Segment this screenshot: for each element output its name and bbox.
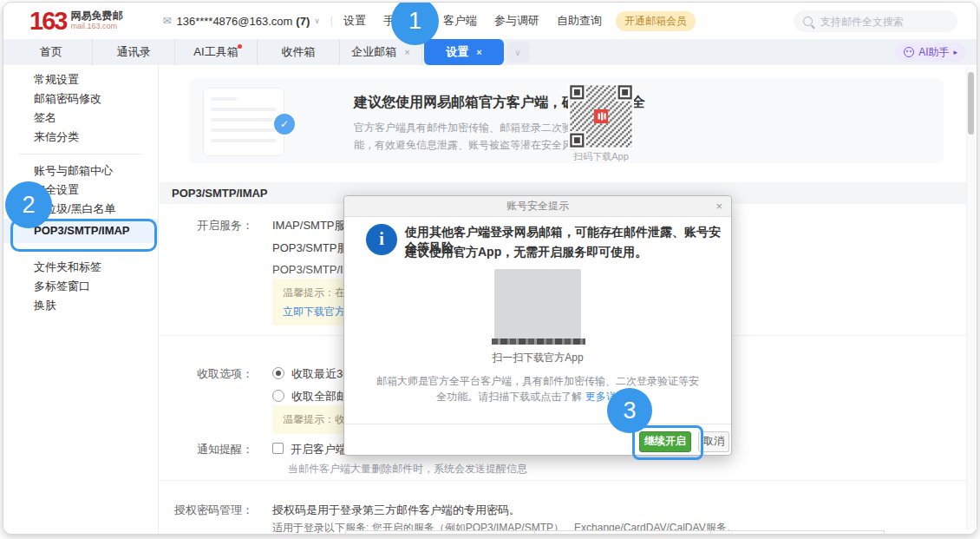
tab-inbox[interactable]: 收件箱 — [258, 39, 340, 65]
dialog-qr-caption: 扫一扫下载官方App — [344, 351, 731, 365]
notify-description: 当邮件客户端大量删除邮件时，系统会发送提醒信息 — [288, 462, 527, 477]
dialog-description-line2: 全功能。请扫描下载或点击了解 更多详情>> — [344, 390, 731, 404]
search-box[interactable] — [794, 10, 957, 32]
download-qr-code — [568, 83, 634, 149]
menu-client[interactable]: 客户端 — [443, 13, 477, 29]
annotation-step-3: 3 — [607, 388, 652, 433]
dialog-title: 账号安全提示 — [506, 200, 569, 212]
arrow-right-icon: ▸ — [953, 48, 957, 56]
checkbox-icon[interactable] — [272, 443, 284, 454]
close-icon[interactable]: × — [476, 47, 481, 57]
search-input[interactable] — [819, 15, 935, 29]
auth-code-table — [345, 530, 885, 534]
settings-sidebar: 常规设置 邮箱密码修改 签名 来信分类 账号与邮箱中心 安全设置 反垃圾/黑白名… — [3, 65, 159, 534]
enable-service-label: 开启服务： — [160, 218, 253, 233]
tab-home[interactable]: 首页 — [10, 39, 93, 65]
tab-settings[interactable]: 设置 × — [424, 39, 504, 65]
menu-settings[interactable]: 设置 — [343, 13, 366, 29]
header-divider: | — [330, 15, 333, 27]
tab-bar: 首页 通讯录 AI工具箱 收件箱 企业邮箱 × 设置 × ∨ AI助手 ▸ — [3, 39, 977, 65]
ai-assistant-icon — [904, 47, 914, 57]
account-security-dialog: 账号安全提示 × i 使用其他客户端登录网易邮箱，可能存在邮件泄露、账号安全等风… — [343, 195, 732, 456]
dialog-description-line1: 邮箱大师是官方全平台客户端，具有邮件加密传输、二次登录验证等安 — [344, 374, 731, 389]
info-icon: i — [366, 224, 397, 255]
cancel-button[interactable]: 取消 — [698, 431, 729, 452]
sidebar-item-signature[interactable]: 签名 — [3, 108, 158, 128]
continue-enable-button[interactable]: 继续开启 — [639, 431, 691, 452]
qr-caption: 扫码下载App — [546, 150, 656, 163]
header-menu: 设置 手机App 客户端 参与调研 自助查询 — [343, 13, 602, 29]
sidebar-item-password[interactable]: 邮箱密码修改 — [3, 89, 158, 108]
radio-icon[interactable] — [272, 390, 284, 402]
sidebar-item-account-center[interactable]: 账号与邮箱中心 — [3, 161, 158, 181]
menu-self-service[interactable]: 自助查询 — [557, 13, 602, 29]
tab-ai-toolbox[interactable]: AI工具箱 — [175, 39, 258, 65]
auth-code-label: 授权密码管理： — [160, 503, 253, 518]
dialog-footer-divider — [344, 424, 731, 424]
shield-check-icon: ✓ — [272, 112, 297, 136]
sidebar-divider — [19, 154, 142, 154]
sidebar-item-multi-tab[interactable]: 多标签窗口 — [3, 277, 158, 296]
scrollbar-thumb[interactable] — [968, 72, 974, 135]
logo-domain: mail.163.com — [70, 21, 122, 31]
logo-163: 163 — [29, 9, 66, 34]
radio-selected-icon[interactable] — [272, 367, 284, 379]
sidebar-item-mail-classify[interactable]: 来信分类 — [3, 128, 158, 147]
envelope-icon: ✉ — [162, 15, 171, 27]
qr-image-placeholder — [494, 269, 581, 344]
notify-label: 通知提醒： — [160, 442, 253, 457]
annotation-step-2: 2 — [5, 181, 52, 228]
close-icon[interactable]: × — [715, 196, 722, 216]
chevron-down-icon: ∨ — [314, 16, 320, 25]
tab-list-dropdown[interactable]: ∨ — [506, 42, 529, 62]
vip-badge[interactable]: 开通邮箱会员 — [616, 11, 696, 31]
dialog-message-line2: 建议使用官方App，无需开启服务即可使用。 — [405, 245, 647, 260]
notification-dot — [238, 44, 242, 49]
tab-contacts[interactable]: 通讯录 — [93, 39, 175, 65]
scrollbar-track[interactable] — [966, 67, 975, 530]
fetch-options-label: 收取选项： — [160, 366, 253, 382]
account-selector[interactable]: ✉ 136****4876@163.com (7) ∨ — [162, 15, 319, 28]
sidebar-item-general[interactable]: 常规设置 — [3, 70, 158, 89]
ai-assistant-button[interactable]: AI助手 ▸ — [895, 43, 966, 62]
account-email: 136****4876@163.com — [176, 15, 292, 28]
sidebar-item-folders-tags[interactable]: 文件夹和标签 — [3, 258, 158, 277]
top-header: 163 网易免费邮 mail.163.com ✉ 136****4876@163… — [3, 3, 977, 39]
webmail-window: 163 网易免费邮 mail.163.com ✉ 136****4876@163… — [3, 2, 977, 535]
mail-logo[interactable]: 163 网易免费邮 mail.163.com — [29, 9, 122, 34]
dialog-title-bar: 账号安全提示 × — [344, 196, 731, 217]
menu-survey[interactable]: 参与调研 — [494, 13, 539, 29]
sidebar-divider — [19, 250, 142, 251]
screenshot-stage: 163 网易免费邮 mail.163.com ✉ 136****4876@163… — [0, 0, 980, 539]
broken-image-alt-text — [492, 339, 585, 345]
official-client-banner: ✓ 建议您使用网易邮箱官方客户端，确保邮箱安全 官方客户端具有邮件加密传输、邮箱… — [189, 79, 944, 163]
unread-count: (7) — [296, 15, 310, 28]
sidebar-item-skin[interactable]: 换肤 — [3, 296, 158, 315]
chevron-down-icon: ∨ — [514, 48, 520, 57]
section-divider — [160, 480, 966, 481]
close-icon[interactable]: × — [404, 47, 409, 57]
logo-name: 网易免费邮 — [70, 10, 122, 21]
search-icon — [803, 16, 813, 26]
auth-description-1: 授权码是用于登录第三方邮件客户端的专用密码。 — [272, 503, 520, 518]
